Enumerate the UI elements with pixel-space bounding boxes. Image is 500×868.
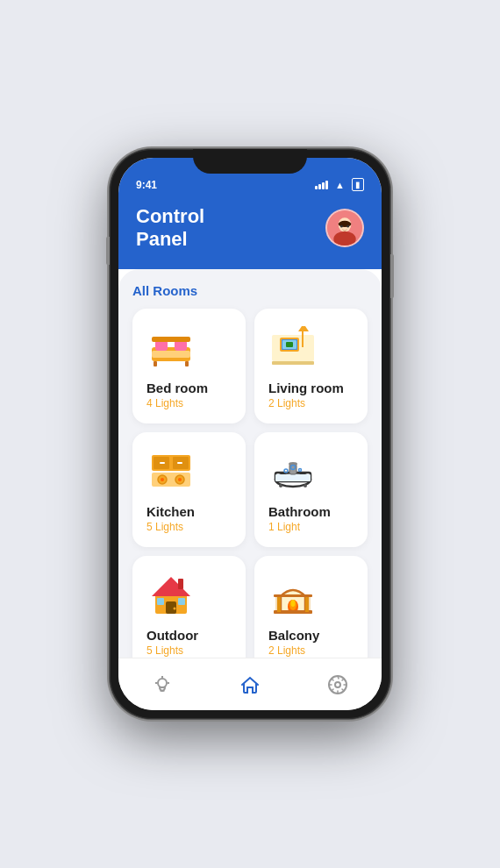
svg-rect-54 (274, 594, 312, 597)
svg-point-28 (161, 478, 164, 481)
svg-rect-52 (277, 596, 281, 612)
svg-point-39 (299, 468, 302, 471)
livingroom-lights: 2 Lights (268, 397, 305, 409)
bathroom-lights: 1 Light (268, 521, 300, 533)
status-icons: ▲ ▮ (315, 178, 364, 191)
svg-rect-11 (185, 361, 189, 366)
svg-point-46 (174, 607, 176, 609)
kitchen-name: Kitchen (146, 504, 195, 519)
room-card-bathroom[interactable]: Bathroom 1 Light (254, 432, 368, 547)
room-card-livingroom[interactable]: Living room 2 Lights (254, 309, 368, 423)
section-title: All Rooms (132, 283, 368, 298)
nav-item-settings[interactable] (310, 667, 366, 702)
main-content: All Rooms (118, 269, 382, 658)
svg-marker-41 (152, 577, 190, 596)
phone-frame: 9:41 ▲ ▮ ControlPanel (110, 149, 390, 719)
svg-point-33 (279, 484, 282, 487)
svg-rect-9 (152, 337, 190, 342)
rooms-grid: Bed room 4 Lights (132, 309, 368, 658)
svg-rect-23 (160, 462, 165, 464)
svg-point-4 (340, 225, 343, 228)
room-card-outdoor[interactable]: Outdoor 5 Lights (132, 556, 246, 658)
svg-point-29 (178, 478, 182, 481)
svg-rect-19 (272, 361, 314, 365)
svg-point-50 (291, 600, 296, 607)
outdoor-lights: 5 Lights (146, 644, 183, 657)
bottom-navigation (118, 658, 382, 710)
outdoor-icon (146, 570, 196, 619)
svg-point-60 (335, 682, 340, 687)
app-header: ControlPanel (118, 196, 382, 269)
signal-icon (315, 181, 328, 189)
svg-rect-44 (178, 598, 185, 605)
kitchen-icon (146, 446, 196, 495)
lights-icon (152, 674, 173, 695)
settings-icon (327, 674, 348, 695)
svg-point-34 (304, 484, 307, 487)
balcony-icon (268, 570, 318, 619)
phone-wrapper: 9:41 ▲ ▮ ControlPanel (0, 0, 500, 868)
nav-item-lights[interactable] (134, 667, 190, 702)
svg-point-55 (158, 679, 167, 687)
svg-point-5 (346, 225, 349, 228)
avatar-image (327, 210, 362, 245)
bathroom-name: Bathroom (268, 504, 331, 519)
svg-rect-43 (157, 598, 164, 605)
room-card-balcony[interactable]: Balcony 2 Lights (254, 556, 368, 658)
phone-screen: 9:41 ▲ ▮ ControlPanel (118, 158, 382, 710)
outdoor-name: Outdoor (146, 628, 198, 643)
svg-rect-32 (275, 474, 311, 481)
svg-rect-45 (178, 579, 183, 589)
balcony-name: Balcony (268, 628, 319, 643)
home-icon (239, 674, 261, 695)
bedroom-lights: 4 Lights (146, 397, 183, 409)
avatar[interactable] (325, 209, 364, 247)
status-time: 9:41 (136, 179, 157, 191)
room-card-bedroom[interactable]: Bed room 4 Lights (132, 309, 246, 423)
bathroom-icon (268, 446, 318, 495)
svg-marker-18 (298, 326, 309, 331)
battery-icon: ▮ (352, 178, 364, 191)
svg-rect-17 (302, 331, 304, 347)
svg-point-3 (339, 221, 352, 227)
room-card-kitchen[interactable]: Kitchen 5 Lights (132, 432, 246, 547)
svg-rect-10 (154, 361, 157, 366)
notch (193, 149, 307, 174)
svg-rect-16 (286, 342, 293, 347)
bedroom-icon (146, 323, 196, 372)
livingroom-icon (268, 323, 318, 372)
livingroom-name: Living room (268, 381, 344, 395)
svg-rect-53 (305, 596, 309, 612)
svg-rect-24 (177, 462, 182, 464)
wifi-icon: ▲ (335, 180, 345, 190)
svg-point-37 (284, 469, 288, 473)
balcony-lights: 2 Lights (268, 644, 305, 657)
nav-item-home[interactable] (222, 667, 278, 702)
page-title: ControlPanel (136, 205, 204, 252)
bedroom-name: Bed room (146, 381, 208, 395)
svg-rect-12 (152, 351, 190, 358)
kitchen-lights: 5 Lights (146, 521, 183, 533)
